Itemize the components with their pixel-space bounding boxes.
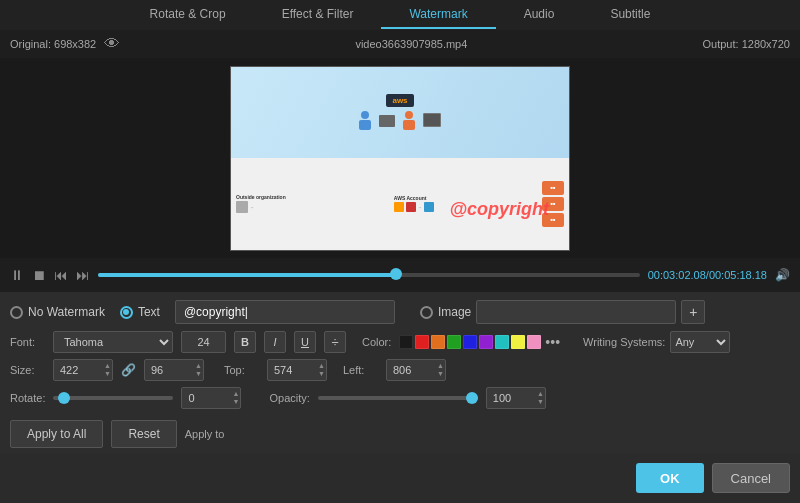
font-label: Font: <box>10 336 45 348</box>
more-colors-button[interactable]: ••• <box>545 334 560 350</box>
timeline-thumb <box>390 268 402 280</box>
reset-button[interactable]: Reset <box>111 420 176 448</box>
color-label: Color: <box>362 336 391 348</box>
rotate-down-arrow[interactable]: ▼ <box>233 398 240 406</box>
tab-bar: Rotate & Crop Effect & Filter Watermark … <box>0 0 800 30</box>
top-up-arrow[interactable]: ▲ <box>318 362 325 370</box>
apply-to-all-button[interactable]: Apply to All <box>10 420 103 448</box>
original-size-label: Original: 698x382 <box>10 38 96 50</box>
rotate-spinbox[interactable]: ▲ ▼ <box>181 387 241 409</box>
opacity-spinbox[interactable]: ▲ ▼ <box>486 387 546 409</box>
tab-audio[interactable]: Audio <box>496 1 583 29</box>
width-spinbox[interactable]: ▲ ▼ <box>53 359 113 381</box>
opacity-slider-container <box>318 396 478 400</box>
bottom-action-row: Apply to All Reset Apply to <box>10 417 790 448</box>
playback-bar: ⏸ ⏹ ⏮ ⏭ 00:03:02.08/00:05:18.18 🔊 <box>0 258 800 292</box>
ok-button[interactable]: OK <box>636 463 704 493</box>
font-row: Font: Tahoma Arial Times New Roman B I U… <box>10 331 790 353</box>
size-label: Size: <box>10 364 45 376</box>
left-down-arrow[interactable]: ▼ <box>437 370 444 378</box>
prev-button[interactable]: ⏮ <box>54 267 68 283</box>
video-area: aws <box>0 58 800 258</box>
swatch-purple[interactable] <box>479 335 493 349</box>
output-size-label: Output: 1280x720 <box>703 38 790 50</box>
no-watermark-option[interactable]: No Watermark <box>10 305 105 319</box>
top-spinbox[interactable]: ▲ ▼ <box>267 359 327 381</box>
link-icon[interactable]: 🔗 <box>121 363 136 377</box>
opacity-slider[interactable] <box>318 396 478 400</box>
rotate-arrows[interactable]: ▲ ▼ <box>233 390 240 406</box>
text-watermark-radio[interactable] <box>120 306 133 319</box>
width-down-arrow[interactable]: ▼ <box>104 370 111 378</box>
height-down-arrow[interactable]: ▼ <box>195 370 202 378</box>
watermark-preview: @copyright <box>449 199 549 220</box>
next-button[interactable]: ⏭ <box>76 267 90 283</box>
timeline-fill <box>98 273 396 277</box>
rotate-label: Rotate: <box>10 392 45 404</box>
tab-watermark[interactable]: Watermark <box>381 1 495 29</box>
size-row: Size: ▲ ▼ 🔗 ▲ ▼ Top: ▲ <box>10 359 790 381</box>
swatch-pink[interactable] <box>527 335 541 349</box>
watermark-text-input[interactable] <box>175 300 395 324</box>
swatch-black[interactable] <box>399 335 413 349</box>
height-arrows[interactable]: ▲ ▼ <box>195 362 202 378</box>
strikethrough-button[interactable]: ÷ <box>324 331 346 353</box>
volume-icon[interactable]: 🔊 <box>775 268 790 282</box>
width-arrows[interactable]: ▲ ▼ <box>104 362 111 378</box>
filename-label: video3663907985.mp4 <box>355 38 467 50</box>
text-watermark-option[interactable]: Text <box>120 305 160 319</box>
top-label: Top: <box>224 364 259 376</box>
apply-to-label: Apply to <box>185 428 225 440</box>
cancel-button[interactable]: Cancel <box>712 463 790 493</box>
font-select[interactable]: Tahoma Arial Times New Roman <box>53 331 173 353</box>
top-down-arrow[interactable]: ▼ <box>318 370 325 378</box>
top-arrows[interactable]: ▲ ▼ <box>318 362 325 378</box>
image-watermark-radio[interactable] <box>420 306 433 319</box>
no-watermark-radio[interactable] <box>10 306 23 319</box>
writing-systems-select[interactable]: Any Latin CJK <box>670 331 730 353</box>
rotate-up-arrow[interactable]: ▲ <box>233 390 240 398</box>
timeline[interactable] <box>98 273 640 277</box>
tab-subtitle[interactable]: Subtitle <box>582 1 678 29</box>
text-watermark-label: Text <box>138 305 160 319</box>
writing-systems-label: Writing Systems: <box>583 336 665 348</box>
text-input-group <box>175 300 395 324</box>
opacity-arrows[interactable]: ▲ ▼ <box>537 390 544 406</box>
image-watermark-option[interactable]: Image + <box>420 300 705 324</box>
opacity-up-arrow[interactable]: ▲ <box>537 390 544 398</box>
swatch-blue[interactable] <box>463 335 477 349</box>
swatch-green[interactable] <box>447 335 461 349</box>
font-size-input[interactable] <box>181 331 226 353</box>
main-actions: OK Cancel <box>636 463 790 493</box>
image-path-input[interactable] <box>476 300 676 324</box>
height-spinbox[interactable]: ▲ ▼ <box>144 359 204 381</box>
opacity-label: Opacity: <box>269 392 309 404</box>
italic-button[interactable]: I <box>264 331 286 353</box>
swatch-cyan[interactable] <box>495 335 509 349</box>
left-up-arrow[interactable]: ▲ <box>437 362 444 370</box>
tab-rotate-crop[interactable]: Rotate & Crop <box>122 1 254 29</box>
image-watermark-label: Image <box>438 305 471 319</box>
left-spinbox[interactable]: ▲ ▼ <box>386 359 446 381</box>
left-arrows[interactable]: ▲ ▼ <box>437 362 444 378</box>
rotate-slider[interactable] <box>53 396 173 400</box>
underline-button[interactable]: U <box>294 331 316 353</box>
video-thumbnail: aws <box>230 66 570 251</box>
stop-button[interactable]: ⏹ <box>32 267 46 283</box>
bold-button[interactable]: B <box>234 331 256 353</box>
left-label: Left: <box>343 364 378 376</box>
swatch-yellow[interactable] <box>511 335 525 349</box>
swatch-red[interactable] <box>415 335 429 349</box>
height-up-arrow[interactable]: ▲ <box>195 362 202 370</box>
tab-effect-filter[interactable]: Effect & Filter <box>254 1 382 29</box>
writing-systems-group: Writing Systems: Any Latin CJK <box>583 331 730 353</box>
swatch-orange[interactable] <box>431 335 445 349</box>
time-display: 00:03:02.08/00:05:18.18 <box>648 269 767 281</box>
add-image-button[interactable]: + <box>681 300 705 324</box>
info-bar: Original: 698x382 👁 video3663907985.mp4 … <box>0 30 800 58</box>
width-up-arrow[interactable]: ▲ <box>104 362 111 370</box>
pause-button[interactable]: ⏸ <box>10 267 24 283</box>
opacity-down-arrow[interactable]: ▼ <box>537 398 544 406</box>
eye-icon[interactable]: 👁 <box>104 35 120 53</box>
color-swatches: ••• <box>399 334 560 350</box>
